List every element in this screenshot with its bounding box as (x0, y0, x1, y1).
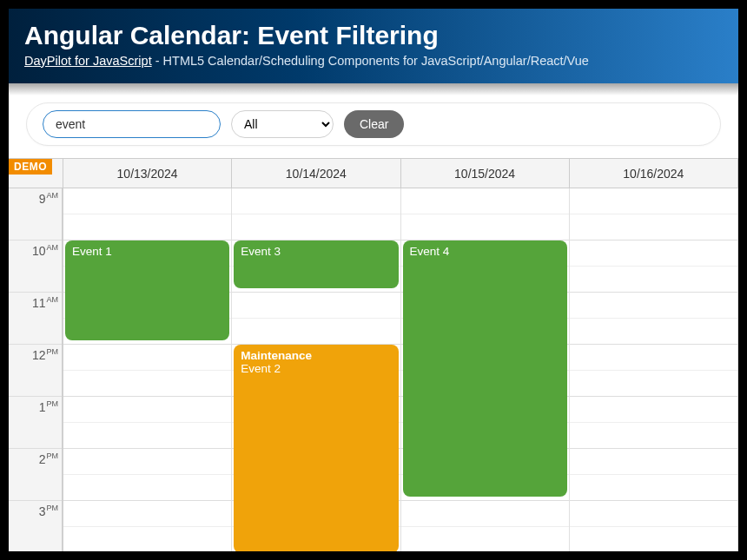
time-slot[interactable] (570, 475, 737, 501)
time-slot[interactable] (570, 371, 737, 397)
time-slot[interactable] (401, 214, 569, 240)
calendar-grid: 9AM10AM11AM12PM1PM2PM3PM Event 1Event 3M… (9, 188, 738, 551)
event-title: Event 3 (241, 245, 281, 258)
time-slot[interactable] (570, 397, 737, 423)
filter-toolbar: All Clear (26, 102, 721, 146)
hour-cell: 12PM (9, 345, 62, 397)
subtitle-rest: - HTML5 Calendar/Scheduling Components f… (152, 54, 589, 68)
daypilot-link[interactable]: DayPilot for JavaScript (24, 54, 152, 68)
time-slot[interactable] (570, 527, 737, 551)
hour-label: 2PM (39, 451, 58, 466)
time-slot[interactable] (63, 423, 231, 449)
time-slot[interactable] (63, 501, 231, 527)
time-slot[interactable] (570, 345, 737, 371)
time-slot[interactable] (232, 188, 400, 214)
page-subtitle: DayPilot for JavaScript - HTML5 Calendar… (24, 54, 723, 68)
hour-cell: 3PM (9, 501, 62, 551)
hour-cell: 11AM (9, 293, 62, 345)
hour-label: 12PM (32, 347, 58, 362)
time-slot[interactable] (570, 319, 737, 345)
event-title: Event 4 (410, 245, 450, 258)
category-select[interactable]: All (231, 110, 334, 138)
time-slot[interactable] (232, 293, 400, 319)
hour-label: 1PM (39, 399, 58, 414)
time-slot[interactable] (63, 475, 231, 501)
calendar-event[interactable]: MaintenanceEvent 2 (234, 345, 398, 551)
event-title: Event 1 (72, 245, 112, 258)
day-header[interactable]: 10/13/2024 (63, 159, 232, 188)
time-slot[interactable] (63, 188, 231, 214)
time-slot[interactable] (570, 449, 737, 475)
toolbar-container: All Clear (9, 83, 738, 158)
day-header[interactable]: 10/15/2024 (401, 159, 570, 188)
app-header: Angular Calendar: Event Filtering DayPil… (9, 9, 738, 83)
hour-label: 11AM (32, 295, 58, 310)
time-slot[interactable] (570, 423, 737, 449)
page-title: Angular Calendar: Event Filtering (24, 21, 723, 50)
time-slot[interactable] (63, 345, 231, 371)
calendar-event[interactable]: Event 1 (65, 240, 229, 340)
demo-badge: DEMO (9, 159, 52, 175)
time-slot[interactable] (570, 267, 737, 293)
day-header[interactable]: 10/16/2024 (570, 159, 738, 188)
hour-label: 3PM (39, 504, 58, 518)
time-slot[interactable] (401, 527, 569, 551)
time-slot[interactable] (63, 371, 231, 397)
time-slot[interactable] (401, 188, 569, 214)
calendar-event[interactable]: Event 3 (234, 240, 398, 288)
time-slot[interactable] (570, 501, 737, 527)
day-header[interactable]: 10/14/2024 (232, 159, 400, 188)
time-slot[interactable] (570, 240, 737, 267)
day-column[interactable] (570, 188, 738, 551)
time-slot[interactable] (570, 214, 737, 240)
time-slot[interactable] (232, 319, 400, 345)
hour-cell: 2PM (9, 449, 62, 501)
day-columns: Event 1Event 3MaintenanceEvent 2Event 4 (63, 188, 738, 551)
time-slot[interactable] (63, 527, 231, 551)
event-tag: Maintenance (241, 349, 391, 362)
time-column: 9AM10AM11AM12PM1PM2PM3PM (9, 188, 63, 551)
time-slot[interactable] (570, 293, 737, 319)
time-slot[interactable] (232, 214, 400, 240)
calendar-column-headers: 10/13/2024 10/14/2024 10/15/2024 10/16/2… (9, 159, 738, 188)
hour-cell: 1PM (9, 397, 62, 449)
time-slot[interactable] (401, 501, 569, 527)
event-title: Event 2 (241, 362, 281, 375)
calendar-event[interactable]: Event 4 (403, 240, 567, 497)
day-column[interactable]: Event 4 (401, 188, 570, 551)
clear-button[interactable]: Clear (344, 110, 404, 138)
time-slot[interactable] (570, 188, 737, 214)
day-column[interactable]: Event 1 (63, 188, 232, 551)
search-input[interactable] (43, 110, 221, 138)
time-slot[interactable] (63, 397, 231, 423)
hour-cell: 10AM (9, 240, 62, 293)
time-slot[interactable] (63, 449, 231, 475)
calendar: DEMO 10/13/2024 10/14/2024 10/15/2024 10… (9, 158, 738, 551)
time-slot[interactable] (63, 214, 231, 240)
hour-label: 10AM (32, 243, 58, 258)
day-column[interactable]: Event 3MaintenanceEvent 2 (232, 188, 400, 551)
hour-label: 9AM (39, 191, 58, 206)
hour-cell: 9AM (9, 188, 62, 240)
